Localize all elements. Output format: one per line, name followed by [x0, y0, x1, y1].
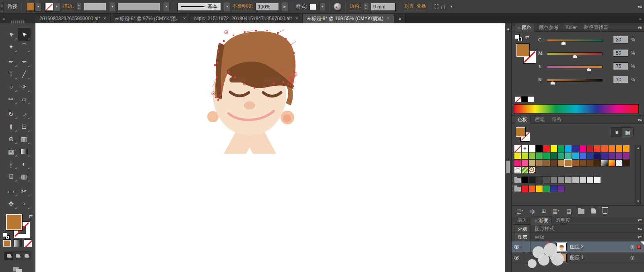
swatch[interactable]	[601, 145, 608, 152]
color-themes-icon[interactable]: ◍	[530, 208, 535, 214]
tab-close-icon[interactable]: ×	[387, 16, 390, 21]
swatch[interactable]	[528, 145, 536, 152]
isolate-selected-object-icon[interactable]: ⛶	[434, 3, 438, 10]
strip-tab-外观[interactable]: 外观	[514, 225, 531, 233]
swatch[interactable]	[565, 145, 572, 152]
swatch[interactable]	[557, 176, 565, 183]
column-graph-tool[interactable]: ▥	[18, 170, 31, 183]
document-tab[interactable]: 未标题-9* @ 169.55% (CMYK/预览)×	[303, 14, 394, 23]
strip-tab-渐变[interactable]: ◇渐变	[531, 216, 552, 225]
chevron-down-icon[interactable]: ▼	[163, 2, 169, 11]
variable-width-profile-field[interactable]	[118, 3, 160, 11]
select-similar-objects-icon[interactable]: ◻	[441, 4, 446, 10]
pen-tool[interactable]: ✒	[5, 56, 18, 68]
panel-menu-icon[interactable]: ▾≡	[638, 226, 642, 231]
swatch[interactable]	[528, 152, 536, 159]
swatch[interactable]	[615, 159, 623, 167]
swatch[interactable]	[594, 159, 601, 167]
zoom-tool[interactable]: ♀	[18, 198, 31, 210]
gradient-button[interactable]	[13, 239, 22, 247]
swatch[interactable]	[528, 159, 536, 167]
swatch[interactable]	[565, 152, 572, 159]
canvas-vertical-scrollbar[interactable]: ▲	[505, 23, 511, 272]
panel-menu-icon[interactable]: ▾≡	[638, 117, 642, 122]
slice-tool[interactable]: ✂	[18, 185, 31, 198]
panel-toggle-icon[interactable]: ◇	[535, 219, 537, 223]
swatch[interactable]	[608, 159, 615, 167]
face-artwork[interactable]	[204, 27, 301, 159]
swatch[interactable]	[528, 185, 536, 192]
lock-toggle[interactable]	[522, 241, 531, 252]
hand-tool[interactable]: ✥	[5, 198, 18, 210]
document-tab[interactable]: Nipic_21511972_20180415184713597000.ai*×	[190, 14, 302, 23]
pattern-swatch[interactable]	[514, 167, 521, 174]
mesh-tool[interactable]: ▩	[5, 145, 18, 158]
chevron-down-icon[interactable]: ▼	[109, 2, 115, 11]
width-tool[interactable]: ≬	[5, 120, 18, 133]
color-spectrum-bar[interactable]	[514, 104, 639, 113]
swatch[interactable]	[536, 145, 543, 152]
swatch[interactable]	[521, 152, 528, 159]
stroke-none-swatch[interactable]	[45, 3, 53, 11]
tab-close-icon[interactable]: ×	[183, 16, 186, 21]
tab-overflow-icon[interactable]: »	[394, 14, 406, 23]
recolor-artwork-icon[interactable]	[334, 3, 341, 10]
new-swatch-icon[interactable]	[591, 208, 596, 214]
shape-builder-tool[interactable]: ⊕	[5, 133, 18, 145]
swatch[interactable]	[557, 185, 565, 192]
none-chip[interactable]	[515, 96, 521, 102]
canvas[interactable]	[35, 23, 505, 272]
eyedropper-tool[interactable]: ∤	[5, 158, 18, 170]
scroll-up-icon[interactable]: ▲	[636, 146, 640, 150]
collapse-dock-icon[interactable]: »	[639, 16, 641, 21]
swatch[interactable]	[536, 159, 543, 167]
corner-label[interactable]: 边角:	[350, 3, 361, 10]
swatch[interactable]	[594, 145, 601, 152]
step-up-icon[interactable]: ▲	[363, 3, 368, 7]
layer-thumbnail[interactable]	[556, 243, 567, 251]
strip-tab-透明度[interactable]: 透明度	[553, 216, 574, 225]
swatch[interactable]	[550, 176, 557, 183]
swatch-libraries-menu-icon[interactable]: ◫▾	[516, 208, 523, 214]
artboard-tool[interactable]: ▭	[5, 185, 18, 198]
swatch[interactable]	[572, 152, 579, 159]
stroke-weight-stepper[interactable]: ▲▼	[76, 3, 81, 11]
scroll-up-icon[interactable]: ▲	[505, 27, 511, 31]
swatch[interactable]	[550, 145, 557, 152]
draw-normal-button[interactable]	[4, 252, 13, 260]
draw-inside-button[interactable]	[22, 252, 31, 260]
slider-track[interactable]	[547, 79, 603, 82]
color-group-folder-icon[interactable]	[514, 185, 521, 192]
corner-stepper[interactable]: ▲▼	[363, 3, 368, 11]
chevron-down-icon[interactable]: ▼	[54, 3, 60, 11]
control-panel-menu-icon[interactable]: ▾≡	[638, 4, 642, 9]
strip-tab-图形样式[interactable]: 图形样式	[532, 225, 557, 233]
scale-tool[interactable]: ↔	[18, 108, 31, 120]
style-swatch[interactable]	[310, 3, 316, 10]
swatch-kinds-menu-icon[interactable]: ⊞	[541, 208, 546, 214]
swatch[interactable]	[543, 145, 550, 152]
color-group-folder-icon[interactable]	[514, 176, 521, 183]
layers-tab-画板[interactable]: 画板	[532, 233, 548, 241]
blend-tool[interactable]: ◐	[18, 158, 31, 170]
panel-toggle-icon[interactable]: ◇	[518, 26, 520, 30]
none-button[interactable]	[24, 239, 32, 247]
swatch[interactable]	[586, 159, 594, 167]
opacity-field[interactable]: 100%	[256, 3, 279, 11]
value-field[interactable]: 30	[613, 36, 628, 43]
swap-fill-stroke-icon[interactable]: ⇄	[29, 213, 33, 219]
corner-field[interactable]: 0 mm	[371, 3, 396, 11]
type-tool[interactable]: T	[5, 68, 18, 80]
swatch[interactable]	[579, 145, 586, 152]
tab-close-icon[interactable]: ×	[295, 16, 298, 21]
ellipse-tool[interactable]: ○	[5, 80, 18, 93]
swatch[interactable]	[521, 176, 528, 183]
swatch[interactable]	[550, 185, 557, 192]
black-chip[interactable]	[521, 96, 528, 102]
swatch[interactable]	[557, 145, 565, 152]
chevron-down-icon[interactable]: ▼	[319, 3, 325, 10]
symbol-sprayer-tool[interactable]: ⌺	[5, 170, 18, 183]
panel-menu-icon[interactable]: ▾≡	[638, 235, 642, 240]
swatch-options-icon[interactable]: ▤	[566, 208, 571, 214]
slider-track[interactable]	[547, 52, 603, 55]
